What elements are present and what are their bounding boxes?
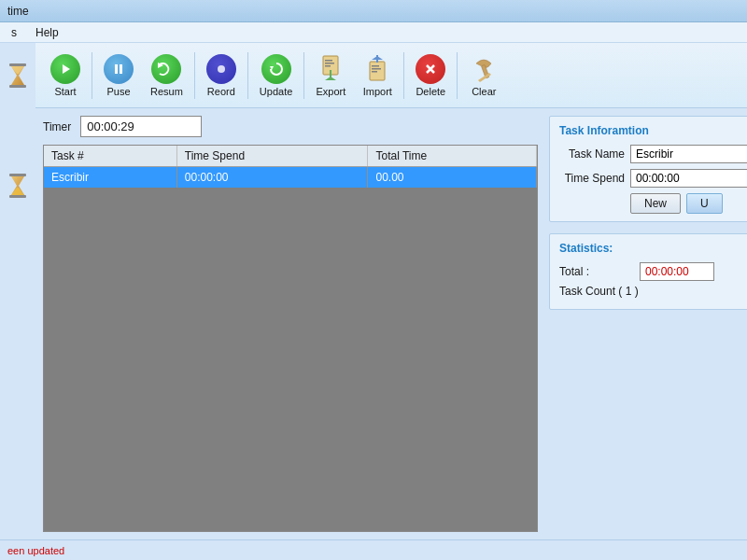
resume-button[interactable]: Resum: [143, 50, 190, 101]
svg-rect-2: [9, 174, 26, 176]
menu-item-s[interactable]: s: [7, 25, 21, 40]
task-count-label: Task Count ( 1 ): [559, 285, 639, 298]
export-button[interactable]: Export: [308, 50, 353, 101]
sidebar-hourglass-icon-1: [4, 62, 32, 90]
record-button[interactable]: Reord: [199, 50, 244, 101]
new-button[interactable]: New: [630, 193, 681, 214]
resume-label: Resum: [150, 86, 183, 97]
svg-marker-4: [63, 64, 70, 74]
delete-button[interactable]: Delete: [408, 50, 453, 101]
col-total-time: Total Time: [368, 146, 537, 167]
table-row[interactable]: Escribir 00:00:00 00.00: [44, 167, 537, 189]
content-area: Start Puse: [35, 43, 747, 539]
svg-rect-1: [9, 85, 26, 88]
time-spend-label: Time Spend: [559, 172, 625, 185]
separator-1: [92, 52, 92, 99]
task-info-section: Task Inforamtion Task Name Time Spend Ne…: [549, 116, 747, 222]
svg-rect-12: [325, 63, 334, 64]
main-container: Start Puse: [0, 43, 747, 539]
timer-row: Timer: [43, 116, 538, 137]
svg-rect-0: [9, 63, 26, 66]
svg-rect-18: [372, 68, 381, 70]
status-text: een updated: [7, 545, 64, 556]
update-task-button[interactable]: U: [686, 193, 723, 214]
task-name-label: Task Name: [559, 147, 625, 161]
update-button[interactable]: Update: [252, 50, 300, 101]
svg-rect-11: [325, 60, 332, 62]
resume-icon: [151, 54, 181, 84]
app-title: time: [7, 5, 29, 18]
update-label: Update: [260, 86, 292, 97]
task-table: Task # Time Spend Total Time Escribir 00…: [44, 146, 537, 188]
svg-rect-6: [120, 64, 122, 74]
col-task: Task #: [44, 146, 176, 167]
separator-2: [194, 52, 195, 99]
button-row: New U: [559, 193, 747, 214]
import-button[interactable]: Import: [355, 50, 400, 101]
toolbar: Start Puse: [35, 43, 747, 108]
svg-rect-19: [372, 71, 377, 73]
pause-label: Puse: [106, 86, 130, 97]
separator-6: [457, 52, 458, 99]
svg-rect-5: [115, 64, 118, 74]
cell-total-time: 00.00: [368, 167, 537, 189]
svg-rect-13: [325, 65, 331, 67]
left-panel: Timer Task # Time Spend Total Time: [43, 116, 538, 532]
time-spend-input[interactable]: [630, 169, 747, 188]
svg-rect-3: [9, 195, 26, 198]
delete-icon: [416, 54, 445, 84]
svg-point-8: [218, 65, 225, 73]
svg-rect-17: [372, 65, 379, 67]
clear-icon: [471, 54, 497, 84]
task-info-title: Task Inforamtion: [559, 124, 747, 137]
update-icon: [261, 54, 291, 84]
total-row: Total : 00:00:00: [559, 262, 747, 281]
task-table-container: Task # Time Spend Total Time Escribir 00…: [43, 145, 538, 532]
title-bar: time: [0, 0, 747, 22]
delete-label: Delete: [416, 86, 445, 97]
cell-task-name: Escribir: [44, 167, 176, 189]
total-value: 00:00:00: [640, 262, 714, 281]
col-time-spend: Time Spend: [176, 146, 368, 167]
clear-button[interactable]: Clear: [461, 50, 506, 101]
time-spend-row: Time Spend: [559, 169, 747, 188]
cell-time-spend: 00:00:00: [176, 167, 368, 189]
table-header-row: Task # Time Spend Total Time: [44, 146, 537, 167]
clear-label: Clear: [472, 86, 496, 97]
task-name-input[interactable]: [630, 145, 747, 163]
timer-label: Timer: [43, 120, 71, 133]
export-label: Export: [316, 86, 345, 97]
inner-area: Timer Task # Time Spend Total Time: [35, 108, 747, 539]
total-label: Total :: [559, 265, 634, 278]
pause-icon: [104, 54, 134, 84]
stats-title: Statistics:: [559, 242, 747, 255]
separator-3: [247, 52, 248, 99]
export-icon: [317, 54, 344, 84]
right-panel: Task Inforamtion Task Name Time Spend Ne…: [549, 116, 747, 532]
import-label: Import: [363, 86, 392, 97]
separator-5: [403, 52, 404, 99]
statistics-section: Statistics: Total : 00:00:00 Task Count …: [549, 233, 747, 310]
svg-rect-21: [376, 55, 378, 63]
separator-4: [303, 52, 304, 99]
status-bar: een updated: [0, 539, 747, 560]
start-label: Start: [54, 86, 76, 97]
sidebar: [0, 43, 35, 539]
pause-button[interactable]: Puse: [96, 50, 141, 101]
record-label: Reord: [207, 86, 235, 97]
record-icon: [206, 54, 236, 84]
menu-bar: s Help: [0, 22, 747, 43]
play-icon: [50, 54, 80, 84]
import-icon: [364, 54, 390, 84]
timer-input[interactable]: [80, 116, 202, 137]
menu-item-help[interactable]: Help: [32, 25, 63, 40]
start-button[interactable]: Start: [43, 50, 88, 101]
task-name-row: Task Name: [559, 145, 747, 163]
sidebar-hourglass-icon-2: [4, 172, 32, 200]
svg-rect-15: [330, 70, 331, 79]
task-count-row: Task Count ( 1 ): [559, 285, 747, 298]
